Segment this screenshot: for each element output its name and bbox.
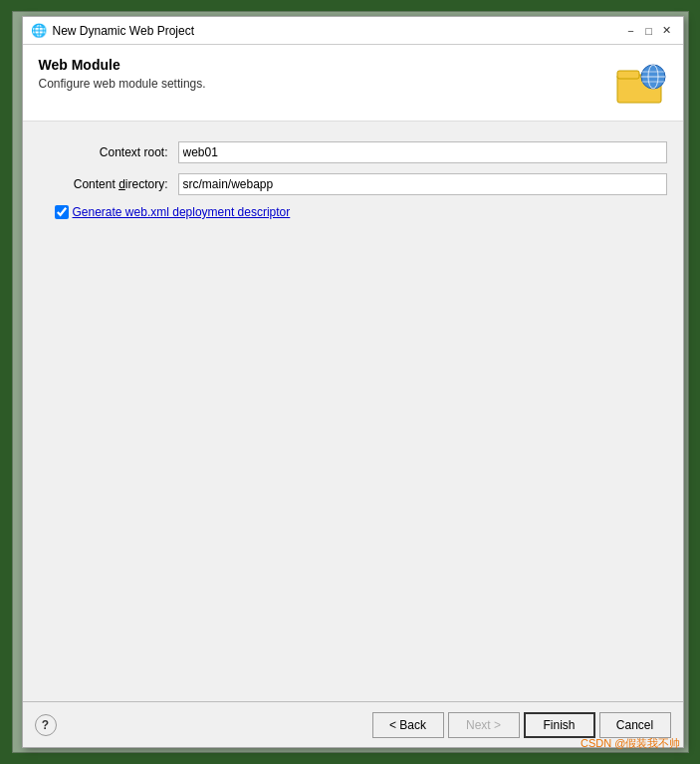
title-bar-left: 🌐 New Dynamic Web Project <box>31 23 195 39</box>
header-area: Web Module Configure web module settings… <box>23 45 683 122</box>
content-directory-input[interactable] <box>178 173 667 195</box>
content-directory-label: Content directory: <box>39 177 168 191</box>
header-subtitle: Configure web module settings. <box>39 77 615 91</box>
context-root-label: Context root: <box>39 145 168 159</box>
dialog-window: 🌐 New Dynamic Web Project − □ ✕ Web Modu… <box>22 16 684 748</box>
content-directory-row: Content directory: <box>39 173 667 195</box>
watermark: CSDN @假装我不帅 <box>581 736 680 751</box>
navigation-buttons: < Back Next > Finish Cancel <box>372 712 671 738</box>
title-bar-buttons: − □ ✕ <box>623 23 675 39</box>
finish-button[interactable]: Finish <box>524 712 595 738</box>
checkbox-row: Generate web.xml deployment descriptor <box>55 205 667 219</box>
maximize-button[interactable]: □ <box>641 23 657 39</box>
web-module-icon <box>615 57 667 109</box>
title-bar: 🌐 New Dynamic Web Project − □ ✕ <box>23 17 683 45</box>
header-text: Web Module Configure web module settings… <box>39 57 615 91</box>
context-root-input[interactable] <box>178 141 667 163</box>
help-button[interactable]: ? <box>35 714 57 736</box>
header-title: Web Module <box>39 57 615 73</box>
close-button[interactable]: ✕ <box>659 23 675 39</box>
back-button[interactable]: < Back <box>372 712 444 738</box>
svg-rect-1 <box>617 71 639 79</box>
minimize-button[interactable]: − <box>623 23 639 39</box>
next-button[interactable]: Next > <box>448 712 520 738</box>
content-area: Context root: Content directory: Generat… <box>23 122 683 701</box>
dialog-title: New Dynamic Web Project <box>53 24 195 38</box>
generate-webxml-label[interactable]: Generate web.xml deployment descriptor <box>73 205 291 219</box>
cancel-button[interactable]: Cancel <box>599 712 671 738</box>
help-area: ? <box>35 714 57 736</box>
dialog-icon: 🌐 <box>31 23 47 39</box>
generate-webxml-checkbox[interactable] <box>55 205 69 219</box>
context-root-row: Context root: <box>39 141 667 163</box>
